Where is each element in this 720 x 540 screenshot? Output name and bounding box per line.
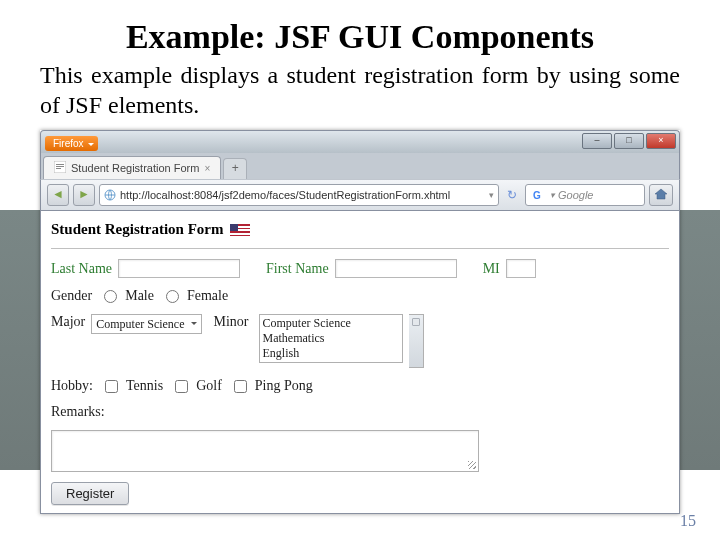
- url-input[interactable]: http://localhost:8084/jsf2demo/faces/Stu…: [99, 184, 499, 206]
- divider: [51, 248, 669, 249]
- form-heading: Student Registration Form: [51, 221, 224, 238]
- minor-label: Minor: [214, 314, 249, 330]
- browser-window: Firefox – □ × Student Registration Form …: [40, 130, 680, 514]
- home-button[interactable]: [649, 184, 673, 206]
- first-name-label: First Name: [266, 261, 329, 277]
- male-label: Male: [125, 288, 154, 304]
- us-flag-icon: [230, 224, 250, 236]
- page-favicon: [54, 161, 66, 175]
- minor-option[interactable]: Computer Science: [261, 316, 401, 331]
- tab-label: Student Registration Form: [71, 162, 199, 174]
- slide-description: This example displays a student registra…: [40, 60, 680, 120]
- tab-close-icon[interactable]: ×: [204, 163, 210, 174]
- last-name-label: Last Name: [51, 261, 112, 277]
- mi-label: MI: [483, 261, 500, 277]
- remarks-textarea[interactable]: [51, 430, 479, 472]
- mi-input[interactable]: [506, 259, 536, 278]
- remarks-label: Remarks:: [51, 404, 105, 420]
- firefox-menu-button[interactable]: Firefox: [45, 136, 98, 151]
- tab-strip: Student Registration Form × +: [40, 153, 680, 179]
- search-placeholder: Google: [558, 189, 593, 201]
- tennis-label: Tennis: [126, 378, 163, 394]
- svg-rect-3: [56, 168, 61, 169]
- google-icon: G: [530, 188, 544, 202]
- minimize-button[interactable]: –: [582, 133, 612, 149]
- url-dropdown-icon[interactable]: ▾: [489, 190, 494, 200]
- minor-listbox[interactable]: Computer Science Mathematics English: [259, 314, 403, 363]
- register-button[interactable]: Register: [51, 482, 129, 505]
- tab-student-registration[interactable]: Student Registration Form ×: [43, 156, 221, 179]
- major-label: Major: [51, 314, 85, 330]
- globe-icon: [104, 189, 116, 201]
- slide-title: Example: JSF GUI Components: [40, 18, 680, 56]
- hobby-label: Hobby:: [51, 378, 93, 394]
- hobby-golf-checkbox[interactable]: [175, 380, 188, 393]
- gender-label: Gender: [51, 288, 92, 304]
- close-button[interactable]: ×: [646, 133, 676, 149]
- home-icon: [654, 188, 668, 200]
- page-content: Student Registration Form Last Name Firs…: [40, 211, 680, 514]
- gender-female-radio[interactable]: [166, 290, 179, 303]
- search-engine-dropdown-icon[interactable]: ▾: [550, 190, 555, 200]
- first-name-input[interactable]: [335, 259, 457, 278]
- gender-male-radio[interactable]: [104, 290, 117, 303]
- url-text: http://localhost:8084/jsf2demo/faces/Stu…: [120, 189, 450, 201]
- reload-button[interactable]: ↻: [507, 188, 517, 202]
- svg-rect-1: [56, 164, 64, 165]
- back-button[interactable]: ◄: [47, 184, 69, 206]
- search-input[interactable]: G ▾ Google: [525, 184, 645, 206]
- golf-label: Golf: [196, 378, 222, 394]
- maximize-button[interactable]: □: [614, 133, 644, 149]
- scrollbar[interactable]: [409, 314, 424, 368]
- new-tab-button[interactable]: +: [223, 158, 247, 179]
- minor-option[interactable]: Mathematics: [261, 331, 401, 346]
- toolbar: ◄ ► http://localhost:8084/jsf2demo/faces…: [40, 179, 680, 211]
- minor-option[interactable]: English: [261, 346, 401, 361]
- pingpong-label: Ping Pong: [255, 378, 313, 394]
- major-select[interactable]: Computer Science: [91, 314, 201, 334]
- page-number: 15: [680, 512, 696, 530]
- window-titlebar: Firefox – □ ×: [40, 130, 680, 153]
- female-label: Female: [187, 288, 228, 304]
- last-name-input[interactable]: [118, 259, 240, 278]
- hobby-pingpong-checkbox[interactable]: [234, 380, 247, 393]
- svg-rect-2: [56, 166, 64, 167]
- hobby-tennis-checkbox[interactable]: [105, 380, 118, 393]
- forward-button[interactable]: ►: [73, 184, 95, 206]
